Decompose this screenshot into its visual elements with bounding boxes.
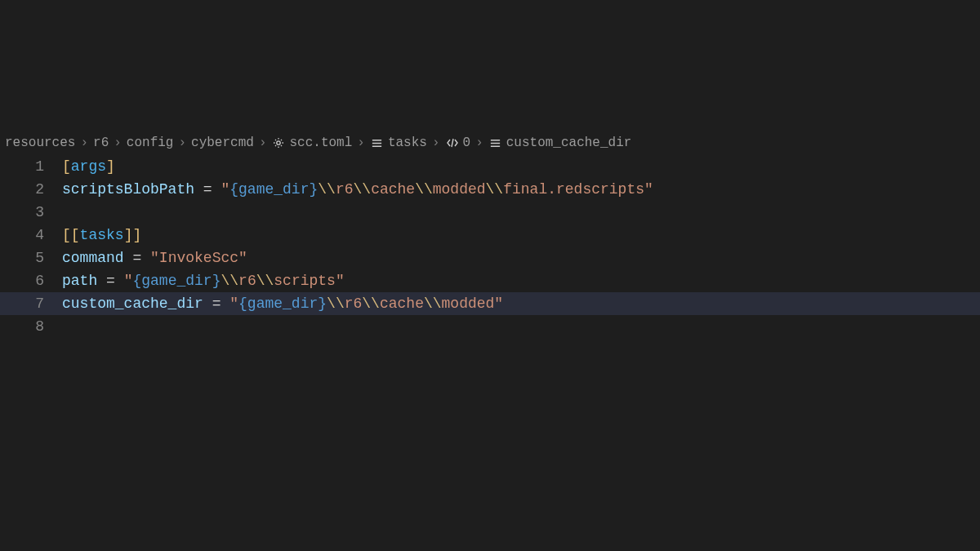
list-icon [488, 136, 503, 150]
bracket-close: ]] [124, 227, 142, 243]
code-line[interactable]: 8 [0, 315, 980, 338]
equals: = [194, 181, 220, 198]
escape: \\ [486, 181, 504, 198]
param: game_dir [247, 295, 318, 312]
equals: = [124, 250, 150, 266]
path-part: final.redscripts [503, 181, 644, 198]
line-number: 2 [0, 178, 62, 201]
escape: \\ [318, 181, 336, 198]
path-part: cache [371, 181, 415, 198]
path-part: scripts [274, 273, 336, 289]
breadcrumb-label: scc.toml [289, 136, 352, 150]
path-part: cache [380, 295, 424, 312]
equals: = [203, 295, 229, 312]
quote: " [238, 250, 247, 266]
brace-close: } [309, 181, 318, 198]
breadcrumb: resources › r6 › config › cybercmd › scc… [0, 131, 980, 155]
svg-point-0 [277, 141, 280, 144]
line-number: 8 [0, 315, 62, 338]
toml-key: scriptsBlobPath [62, 181, 194, 198]
line-number: 5 [0, 247, 62, 269]
breadcrumb-label: tasks [388, 136, 427, 150]
breadcrumb-label: config [127, 136, 174, 150]
quote: " [124, 273, 133, 289]
path-part: r6 [345, 295, 363, 312]
list-icon [370, 136, 385, 150]
line-content: custom_cache_dir = "{game_dir}\\r6\\cach… [62, 292, 503, 315]
param: game_dir [141, 273, 212, 289]
breadcrumb-item-index[interactable]: 0 [445, 136, 471, 150]
path-part: r6 [238, 273, 256, 289]
code-line[interactable]: 6 path = "{game_dir}\\r6\\scripts" [0, 269, 980, 292]
code-line-active[interactable]: 7 custom_cache_dir = "{game_dir}\\r6\\ca… [0, 292, 980, 315]
section-name: args [71, 158, 106, 175]
line-number: 1 [0, 155, 62, 178]
quote: " [229, 295, 238, 312]
line-content: [args] [62, 155, 115, 178]
bracket-close: ] [106, 158, 115, 175]
quote: " [644, 181, 653, 198]
path-part: r6 [336, 181, 354, 198]
section-name: tasks [80, 227, 124, 243]
escape: \\ [362, 295, 380, 312]
code-line[interactable]: 3 [0, 201, 980, 224]
escape: \\ [424, 295, 442, 312]
breadcrumb-label: r6 [93, 136, 109, 150]
code-line[interactable]: 5 command = "InvokeScc" [0, 247, 980, 269]
brace-close: } [318, 295, 327, 312]
toml-key: command [62, 250, 124, 266]
chevron-right-icon: › [114, 136, 122, 150]
breadcrumb-label: 0 [463, 136, 471, 150]
code-line[interactable]: 2 scriptsBlobPath = "{game_dir}\\r6\\cac… [0, 178, 980, 201]
breadcrumb-label: resources [5, 136, 75, 150]
escape: \\ [220, 273, 238, 289]
line-number: 6 [0, 269, 62, 292]
quote: " [220, 181, 229, 198]
quote: " [336, 273, 345, 289]
path-part: modded [442, 295, 495, 312]
chevron-right-icon: › [432, 136, 440, 150]
quote: " [494, 295, 503, 312]
code-icon [445, 136, 460, 150]
line-content: command = "InvokeScc" [62, 247, 247, 269]
bracket-open: [ [62, 158, 71, 175]
chevron-right-icon: › [178, 136, 186, 150]
breadcrumb-item-cybercmd[interactable]: cybercmd [191, 136, 254, 150]
brace-open: { [229, 181, 238, 198]
breadcrumb-item-tasks[interactable]: tasks [370, 136, 427, 150]
breadcrumb-item-field[interactable]: custom_cache_dir [488, 136, 632, 150]
equals: = [97, 273, 123, 289]
breadcrumb-item-file[interactable]: scc.toml [271, 136, 352, 150]
breadcrumb-item-config[interactable]: config [127, 136, 174, 150]
chevron-right-icon: › [80, 136, 88, 150]
breadcrumb-item-resources[interactable]: resources [5, 136, 75, 150]
chevron-right-icon: › [357, 136, 365, 150]
line-content: scriptsBlobPath = "{game_dir}\\r6\\cache… [62, 178, 653, 201]
toml-key: custom_cache_dir [62, 295, 203, 312]
escape: \\ [256, 273, 274, 289]
code-editor[interactable]: 1 [args] 2 scriptsBlobPath = "{game_dir}… [0, 155, 980, 338]
bracket-open: [[ [62, 227, 80, 243]
line-content: path = "{game_dir}\\r6\\scripts" [62, 269, 345, 292]
toml-key: path [62, 273, 97, 289]
line-number: 3 [0, 201, 62, 224]
param: game_dir [238, 181, 309, 198]
breadcrumb-label: custom_cache_dir [506, 136, 632, 150]
breadcrumb-label: cybercmd [191, 136, 254, 150]
chevron-right-icon: › [259, 136, 267, 150]
editor-blank-area [0, 0, 980, 131]
brace-open: { [132, 273, 141, 289]
brace-open: { [238, 295, 247, 312]
brace-close: } [212, 273, 221, 289]
string-value: InvokeScc [159, 250, 238, 266]
line-number: 7 [0, 292, 62, 315]
code-line[interactable]: 4 [[tasks]] [0, 224, 980, 247]
quote: " [150, 250, 159, 266]
code-line[interactable]: 1 [args] [0, 155, 980, 178]
escape: \\ [327, 295, 345, 312]
path-part: modded [433, 181, 486, 198]
breadcrumb-item-r6[interactable]: r6 [93, 136, 109, 150]
line-content: [[tasks]] [62, 224, 141, 247]
escape: \\ [415, 181, 433, 198]
chevron-right-icon: › [475, 136, 483, 150]
